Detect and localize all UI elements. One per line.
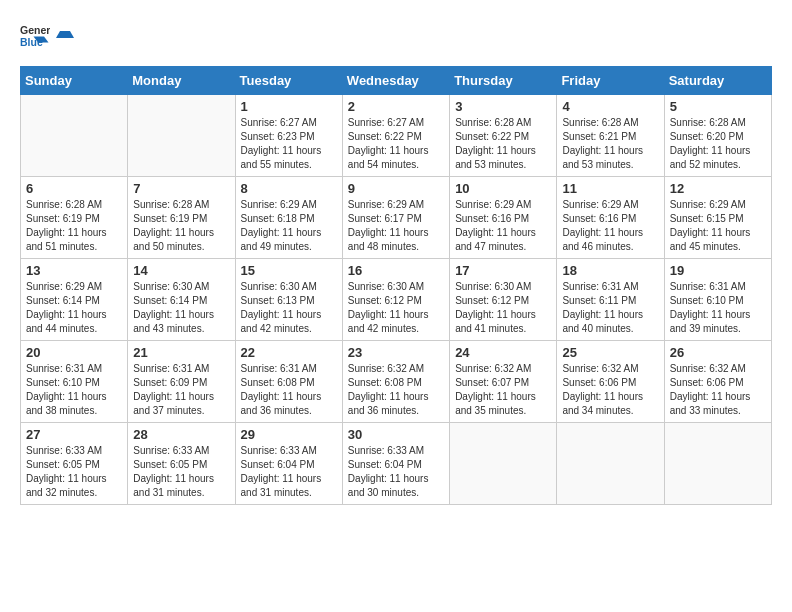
day-of-week-sunday: Sunday [21,67,128,95]
day-number: 13 [26,263,122,278]
calendar-cell [664,423,771,505]
day-detail: Sunrise: 6:29 AM Sunset: 6:14 PM Dayligh… [26,280,122,336]
day-detail: Sunrise: 6:30 AM Sunset: 6:12 PM Dayligh… [455,280,551,336]
day-detail: Sunrise: 6:29 AM Sunset: 6:15 PM Dayligh… [670,198,766,254]
logo: General Blue [20,20,74,50]
day-detail: Sunrise: 6:30 AM Sunset: 6:13 PM Dayligh… [241,280,337,336]
day-number: 1 [241,99,337,114]
day-number: 28 [133,427,229,442]
calendar-cell: 6Sunrise: 6:28 AM Sunset: 6:19 PM Daylig… [21,177,128,259]
calendar-week-row: 27Sunrise: 6:33 AM Sunset: 6:05 PM Dayli… [21,423,772,505]
day-of-week-monday: Monday [128,67,235,95]
day-detail: Sunrise: 6:32 AM Sunset: 6:08 PM Dayligh… [348,362,444,418]
svg-text:General: General [20,24,50,36]
day-number: 18 [562,263,658,278]
day-number: 9 [348,181,444,196]
day-number: 14 [133,263,229,278]
day-detail: Sunrise: 6:28 AM Sunset: 6:22 PM Dayligh… [455,116,551,172]
day-number: 25 [562,345,658,360]
day-detail: Sunrise: 6:32 AM Sunset: 6:07 PM Dayligh… [455,362,551,418]
day-number: 17 [455,263,551,278]
day-detail: Sunrise: 6:29 AM Sunset: 6:17 PM Dayligh… [348,198,444,254]
calendar-cell: 23Sunrise: 6:32 AM Sunset: 6:08 PM Dayli… [342,341,449,423]
day-of-week-saturday: Saturday [664,67,771,95]
calendar-cell: 25Sunrise: 6:32 AM Sunset: 6:06 PM Dayli… [557,341,664,423]
day-detail: Sunrise: 6:27 AM Sunset: 6:22 PM Dayligh… [348,116,444,172]
calendar-week-row: 1Sunrise: 6:27 AM Sunset: 6:23 PM Daylig… [21,95,772,177]
calendar-cell: 10Sunrise: 6:29 AM Sunset: 6:16 PM Dayli… [450,177,557,259]
day-detail: Sunrise: 6:28 AM Sunset: 6:19 PM Dayligh… [133,198,229,254]
header: General Blue [20,20,772,50]
day-number: 22 [241,345,337,360]
day-detail: Sunrise: 6:31 AM Sunset: 6:08 PM Dayligh… [241,362,337,418]
day-detail: Sunrise: 6:33 AM Sunset: 6:05 PM Dayligh… [133,444,229,500]
day-number: 21 [133,345,229,360]
calendar-cell: 13Sunrise: 6:29 AM Sunset: 6:14 PM Dayli… [21,259,128,341]
svg-marker-3 [56,31,74,38]
calendar-cell [128,95,235,177]
day-number: 2 [348,99,444,114]
day-of-week-tuesday: Tuesday [235,67,342,95]
day-number: 6 [26,181,122,196]
day-number: 23 [348,345,444,360]
calendar-cell: 9Sunrise: 6:29 AM Sunset: 6:17 PM Daylig… [342,177,449,259]
day-number: 24 [455,345,551,360]
day-detail: Sunrise: 6:30 AM Sunset: 6:14 PM Dayligh… [133,280,229,336]
calendar-cell: 2Sunrise: 6:27 AM Sunset: 6:22 PM Daylig… [342,95,449,177]
calendar-cell: 1Sunrise: 6:27 AM Sunset: 6:23 PM Daylig… [235,95,342,177]
calendar-header-row: SundayMondayTuesdayWednesdayThursdayFrid… [21,67,772,95]
day-detail: Sunrise: 6:33 AM Sunset: 6:05 PM Dayligh… [26,444,122,500]
day-number: 3 [455,99,551,114]
day-of-week-wednesday: Wednesday [342,67,449,95]
calendar-cell: 3Sunrise: 6:28 AM Sunset: 6:22 PM Daylig… [450,95,557,177]
day-number: 30 [348,427,444,442]
calendar-cell: 21Sunrise: 6:31 AM Sunset: 6:09 PM Dayli… [128,341,235,423]
calendar-cell: 8Sunrise: 6:29 AM Sunset: 6:18 PM Daylig… [235,177,342,259]
day-detail: Sunrise: 6:32 AM Sunset: 6:06 PM Dayligh… [670,362,766,418]
day-number: 29 [241,427,337,442]
day-of-week-friday: Friday [557,67,664,95]
calendar-cell: 5Sunrise: 6:28 AM Sunset: 6:20 PM Daylig… [664,95,771,177]
day-of-week-thursday: Thursday [450,67,557,95]
calendar-cell: 20Sunrise: 6:31 AM Sunset: 6:10 PM Dayli… [21,341,128,423]
day-detail: Sunrise: 6:31 AM Sunset: 6:11 PM Dayligh… [562,280,658,336]
day-detail: Sunrise: 6:28 AM Sunset: 6:21 PM Dayligh… [562,116,658,172]
calendar-week-row: 20Sunrise: 6:31 AM Sunset: 6:10 PM Dayli… [21,341,772,423]
day-detail: Sunrise: 6:29 AM Sunset: 6:16 PM Dayligh… [455,198,551,254]
calendar-cell: 29Sunrise: 6:33 AM Sunset: 6:04 PM Dayli… [235,423,342,505]
day-detail: Sunrise: 6:33 AM Sunset: 6:04 PM Dayligh… [241,444,337,500]
day-number: 12 [670,181,766,196]
day-detail: Sunrise: 6:29 AM Sunset: 6:18 PM Dayligh… [241,198,337,254]
calendar-cell: 27Sunrise: 6:33 AM Sunset: 6:05 PM Dayli… [21,423,128,505]
day-number: 16 [348,263,444,278]
day-detail: Sunrise: 6:31 AM Sunset: 6:09 PM Dayligh… [133,362,229,418]
calendar-cell: 26Sunrise: 6:32 AM Sunset: 6:06 PM Dayli… [664,341,771,423]
calendar-cell: 12Sunrise: 6:29 AM Sunset: 6:15 PM Dayli… [664,177,771,259]
calendar-cell: 30Sunrise: 6:33 AM Sunset: 6:04 PM Dayli… [342,423,449,505]
day-detail: Sunrise: 6:31 AM Sunset: 6:10 PM Dayligh… [670,280,766,336]
day-detail: Sunrise: 6:28 AM Sunset: 6:20 PM Dayligh… [670,116,766,172]
day-detail: Sunrise: 6:30 AM Sunset: 6:12 PM Dayligh… [348,280,444,336]
day-number: 7 [133,181,229,196]
calendar-cell: 24Sunrise: 6:32 AM Sunset: 6:07 PM Dayli… [450,341,557,423]
calendar-cell: 4Sunrise: 6:28 AM Sunset: 6:21 PM Daylig… [557,95,664,177]
calendar-cell: 17Sunrise: 6:30 AM Sunset: 6:12 PM Dayli… [450,259,557,341]
calendar-cell: 22Sunrise: 6:31 AM Sunset: 6:08 PM Dayli… [235,341,342,423]
day-detail: Sunrise: 6:29 AM Sunset: 6:16 PM Dayligh… [562,198,658,254]
calendar-cell [450,423,557,505]
calendar-cell [557,423,664,505]
day-number: 10 [455,181,551,196]
calendar-cell: 15Sunrise: 6:30 AM Sunset: 6:13 PM Dayli… [235,259,342,341]
day-number: 20 [26,345,122,360]
calendar-cell [21,95,128,177]
day-number: 26 [670,345,766,360]
logo-icon: General Blue [20,20,50,50]
day-detail: Sunrise: 6:27 AM Sunset: 6:23 PM Dayligh… [241,116,337,172]
day-number: 8 [241,181,337,196]
day-detail: Sunrise: 6:33 AM Sunset: 6:04 PM Dayligh… [348,444,444,500]
day-detail: Sunrise: 6:28 AM Sunset: 6:19 PM Dayligh… [26,198,122,254]
calendar-cell: 18Sunrise: 6:31 AM Sunset: 6:11 PM Dayli… [557,259,664,341]
calendar-week-row: 6Sunrise: 6:28 AM Sunset: 6:19 PM Daylig… [21,177,772,259]
logo-chevron-icon [56,26,74,44]
day-number: 5 [670,99,766,114]
